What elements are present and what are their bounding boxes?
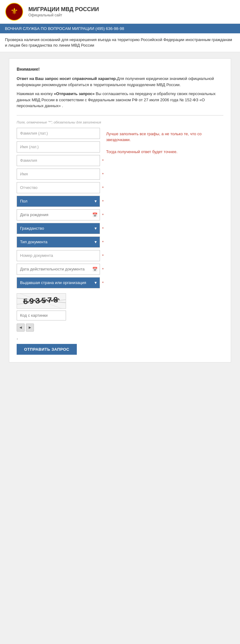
- captcha-next-button[interactable]: ►: [26, 324, 34, 332]
- field-last-name: *: [17, 155, 100, 166]
- field-issuing-country: Выдавшая страна или организация ▼ *: [17, 277, 100, 288]
- required-note: Поля, отмеченные "*"; обязательны для за…: [17, 120, 223, 124]
- citizenship-required: *: [102, 226, 104, 231]
- field-middle-name: *: [17, 182, 100, 193]
- issuing-country-required: *: [102, 280, 104, 285]
- hint-line2: Тогда полученный ответ будет точнее.: [106, 149, 223, 155]
- field-first-name: *: [17, 169, 100, 180]
- field-doc-type: Тип документа ▼ *: [17, 236, 100, 248]
- main-content: Внимание! Ответ на Ваш запрос носит спра…: [0, 52, 240, 369]
- doc-type-select-wrap: Тип документа ▼: [17, 236, 100, 248]
- top-bar: ВОЧНАЯ СЛУЖБА ПО ВОПРОСАМ МИГРАЦИИ (495)…: [0, 24, 240, 33]
- field-doc-validity: 📅 *: [17, 264, 100, 275]
- submit-section: * ОТПРАВИТЬ ЗАПРОС: [17, 338, 100, 355]
- birth-date-input[interactable]: [17, 209, 100, 220]
- divider: [17, 115, 223, 115]
- first-name-input[interactable]: [17, 169, 100, 180]
- header-title: МИГРАЦИИ МВД РОССИИ: [28, 6, 99, 13]
- field-gender: Пол Мужской Женский ▼ *: [17, 196, 100, 207]
- gender-select-wrap: Пол Мужской Женский ▼: [17, 196, 100, 207]
- captcha-section: 593578 ◄ ►: [17, 293, 100, 332]
- issuing-country-select-wrap: Выдавшая страна или организация ▼: [17, 277, 100, 288]
- doc-validity-wrap: 📅: [17, 264, 100, 275]
- field-last-name-lat: [17, 128, 100, 139]
- birth-date-wrap: 📅: [17, 209, 100, 220]
- hint-line1: Лучше заполнить все графы, а не только т…: [106, 131, 223, 143]
- form-body: * * * Пол Мужской: [17, 128, 223, 355]
- gender-select[interactable]: Пол Мужской Женский: [17, 196, 100, 207]
- form-fields: * * * Пол Мужской: [17, 128, 100, 355]
- middle-name-required: *: [102, 185, 104, 190]
- last-name-lat-input[interactable]: [17, 128, 100, 139]
- doc-number-required: *: [102, 253, 104, 258]
- field-doc-number: *: [17, 250, 100, 261]
- required-star-note: *: [17, 338, 100, 341]
- header-subtitle: Официальный сайт: [28, 13, 99, 17]
- warning-text2-bold: «Отправить запрос»: [54, 91, 95, 96]
- warning-title: Внимание!: [17, 66, 223, 73]
- first-name-required: *: [102, 172, 104, 176]
- citizenship-select-wrap: Гражданство ▼: [17, 223, 100, 234]
- form-container: Внимание! Ответ на Ваш запрос носит спра…: [9, 58, 231, 362]
- doc-validity-input[interactable]: [17, 264, 100, 275]
- warning-text2: Нажимая на кнопку «Отправить запрос» Вы …: [17, 91, 223, 109]
- header-text: МИГРАЦИИ МВД РОССИИ Официальный сайт: [28, 6, 99, 17]
- page-title-bar: Проверка наличия оснований для неразреше…: [0, 33, 240, 52]
- gender-required: *: [102, 199, 104, 203]
- issuing-country-select[interactable]: Выдавшая страна или организация: [17, 277, 100, 288]
- birth-date-required: *: [102, 212, 104, 217]
- doc-validity-required: *: [102, 267, 104, 271]
- last-name-required: *: [102, 158, 104, 163]
- field-birth-date: 📅 *: [17, 209, 100, 220]
- last-name-input[interactable]: [17, 155, 100, 166]
- captcha-prev-button[interactable]: ◄: [17, 324, 25, 332]
- doc-type-required: *: [102, 240, 104, 244]
- first-name-lat-input[interactable]: [17, 141, 100, 153]
- citizenship-select[interactable]: Гражданство: [17, 223, 100, 234]
- captcha-controls: ◄ ►: [17, 324, 100, 332]
- form-hint: Лучше заполнить все графы, а не только т…: [106, 128, 223, 355]
- doc-type-select[interactable]: Тип документа: [17, 236, 100, 248]
- warning-text2-prefix: Нажимая на кнопку: [17, 91, 54, 96]
- doc-number-input[interactable]: [17, 250, 100, 261]
- svg-text:⚜: ⚜: [10, 6, 18, 16]
- captcha-input[interactable]: [17, 311, 66, 320]
- warning-bold: Ответ на Ваш запрос носит справочный хар…: [17, 76, 117, 81]
- middle-name-input[interactable]: [17, 182, 100, 193]
- submit-button[interactable]: ОТПРАВИТЬ ЗАПРОС: [17, 344, 77, 355]
- top-bar-text: ВОЧНАЯ СЛУЖБА ПО ВОПРОСАМ МИГРАЦИИ (495)…: [5, 26, 124, 31]
- captcha-image: 593578: [17, 293, 66, 309]
- form-hint-text: Лучше заполнить все графы, а не только т…: [106, 131, 223, 155]
- captcha-display-text: 593578: [23, 295, 60, 307]
- site-header: ⚜ МИГРАЦИИ МВД РОССИИ Официальный сайт: [0, 0, 240, 24]
- field-citizenship: Гражданство ▼ *: [17, 223, 100, 234]
- site-logo: ⚜: [5, 2, 23, 21]
- field-first-name-lat: [17, 141, 100, 153]
- warning-block: Внимание! Ответ на Ваш запрос носит спра…: [17, 66, 223, 109]
- warning-text1: Ответ на Ваш запрос носит справочный хар…: [17, 76, 223, 88]
- page-title: Проверка наличия оснований для неразреше…: [5, 37, 232, 48]
